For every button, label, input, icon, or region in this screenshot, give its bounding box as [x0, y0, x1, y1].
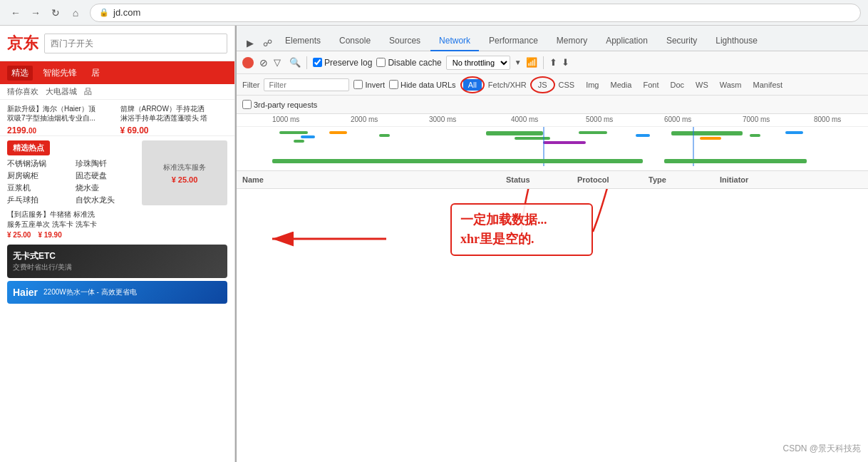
tab-network[interactable]: Network: [430, 31, 479, 51]
timeline-bar-3: [294, 140, 304, 143]
home-button[interactable]: ⌂: [67, 4, 84, 21]
refresh-button[interactable]: ↻: [47, 4, 64, 21]
invert-label[interactable]: Invert: [353, 80, 385, 89]
throttle-select[interactable]: No throttling Slow 3G Fast 3G: [446, 56, 510, 70]
product2-title: 箭牌（ARROW）手持花洒淋浴手持单花洒莲蓬喷头 塔: [120, 104, 228, 123]
ruler-2000: 2000 ms: [351, 115, 378, 123]
filter-js[interactable]: JS: [533, 79, 552, 91]
hide-data-urls-checkbox[interactable]: [389, 80, 398, 89]
filter-img[interactable]: Img: [581, 79, 604, 91]
haier-label: Haier: [13, 287, 38, 298]
jd-header: 京东: [0, 26, 234, 61]
tab-console[interactable]: Console: [331, 31, 379, 51]
cat-kettle[interactable]: 烧水壶: [76, 183, 137, 193]
invert-checkbox[interactable]: [353, 80, 363, 89]
sub-nav-guess[interactable]: 猜你喜欢: [7, 86, 38, 97]
preserve-log-label[interactable]: Preserve log: [313, 58, 372, 68]
cat-pingpong[interactable]: 乒乓球拍: [7, 195, 68, 205]
tab-elements[interactable]: Elements: [277, 31, 329, 51]
tab-application[interactable]: Application: [597, 31, 656, 51]
timeline-bars: [237, 127, 868, 166]
sub-nav-appliances[interactable]: 大电器城: [46, 86, 77, 97]
annot-line2: xhr里是空的.: [460, 230, 583, 249]
nav-buttons: ← → ↻ ⌂: [7, 4, 84, 21]
annot-line1: 一定加载数据...: [460, 210, 583, 230]
back-button[interactable]: ←: [7, 4, 24, 21]
tab-lighthouse[interactable]: Lighthouse: [707, 31, 766, 51]
timeline-bar-bottom: [272, 159, 643, 163]
ruler-3000: 3000 ms: [429, 115, 456, 123]
disable-cache-label[interactable]: Disable cache: [376, 58, 441, 68]
upload-icon[interactable]: ⬆: [549, 57, 557, 68]
cat-pearl[interactable]: 珍珠陶钎: [76, 158, 137, 169]
filter-bar: Filter Invert Hide data URLs All Fetch/X…: [237, 74, 868, 96]
col-name: Name: [242, 175, 506, 184]
preserve-log-text: Preserve log: [324, 58, 372, 68]
cat-faucet[interactable]: 自饮水龙头: [76, 195, 137, 205]
product3-section: 【到店服务】牛猪猪 标准洗服务五座单次 洗车卡 洗车卡 ¥ 25.00 ¥ 19…: [0, 210, 234, 242]
timeline-bar-14: [785, 131, 803, 134]
etc-title: 无卡式ETC: [13, 250, 72, 262]
cat-ssd[interactable]: 固态硬盘: [76, 170, 137, 181]
download-icon[interactable]: ⬇: [562, 57, 569, 68]
timeline-bar-13: [750, 134, 760, 137]
timeline-bar-1: [279, 131, 308, 134]
tab-security[interactable]: Security: [658, 31, 706, 51]
search-icon: 🔍: [289, 57, 301, 68]
product-image: 标准洗车服务 ¥ 25.00: [142, 140, 227, 205]
ruler-8000: 8000 ms: [814, 115, 841, 123]
ruler-7000: 7000 ms: [743, 115, 770, 123]
nav-ju[interactable]: 居: [87, 66, 104, 81]
filter-manifest[interactable]: Manifest: [748, 79, 788, 91]
tab-sources[interactable]: Sources: [381, 31, 429, 51]
filter-wasm[interactable]: Wasm: [715, 79, 747, 91]
cat-soup[interactable]: 不锈钢汤锅: [7, 158, 68, 169]
cat-cabinet[interactable]: 厨房碗柜: [7, 170, 68, 181]
timeline-bar-9: [579, 131, 607, 134]
cursor-icon-button[interactable]: ▶: [242, 35, 258, 51]
disable-cache-checkbox[interactable]: [376, 58, 386, 67]
network-panel-content: 1000 ms 2000 ms 3000 ms 4000 ms 5000 ms …: [237, 114, 868, 462]
filter-fetch-xhr[interactable]: Fetch/XHR: [483, 79, 532, 91]
timeline-bar-5: [379, 134, 390, 137]
forward-button[interactable]: →: [27, 4, 44, 21]
filter-doc[interactable]: Doc: [665, 79, 689, 91]
record-button[interactable]: [242, 57, 254, 68]
third-party-label[interactable]: 3rd-party requests: [242, 100, 317, 109]
sub-nav-pin[interactable]: 品: [84, 86, 92, 97]
filter-label-text: Filter: [242, 81, 259, 89]
mobile-icon-button[interactable]: ☍: [259, 35, 275, 51]
tab-memory[interactable]: Memory: [548, 31, 596, 51]
nav-aifengxian[interactable]: 智能先锋: [38, 66, 81, 81]
cat-soy[interactable]: 豆浆机: [7, 183, 68, 193]
third-party-checkbox[interactable]: [242, 100, 252, 109]
ruler-6000: 6000 ms: [664, 115, 691, 123]
toolbar-divider2: [543, 56, 544, 69]
filter-media[interactable]: Media: [605, 79, 636, 91]
timeline-bar-4: [329, 131, 347, 134]
filter-font[interactable]: Font: [638, 79, 663, 91]
filter-all[interactable]: All: [463, 79, 482, 91]
timeline-bar-7: [515, 137, 550, 140]
jd-website-panel: 京东 精选 智能先锋 居 猜你喜欢 大电器城 品 新款升级】海尔（Haier）顶…: [0, 26, 235, 462]
product3-price: ¥ 25.00: [7, 231, 31, 239]
tab-performance[interactable]: Performance: [480, 31, 547, 51]
col-type: Type: [649, 175, 720, 184]
preserve-log-checkbox[interactable]: [313, 58, 322, 67]
filter-ws[interactable]: WS: [691, 79, 713, 91]
network-table-body: 一定加载数据... xhr里是空的.: [237, 189, 868, 462]
address-bar[interactable]: 🔒 jd.com: [90, 4, 861, 22]
filter-css[interactable]: CSS: [554, 79, 580, 91]
stop-button[interactable]: ⊘: [258, 57, 269, 68]
hide-data-urls-label[interactable]: Hide data URLs: [389, 80, 456, 89]
ruler-1000: 1000 ms: [272, 115, 299, 123]
product1-title: 新款升级】海尔（Haier）顶双吸7字型抽油烟机专业自...: [7, 104, 115, 123]
nav-jingxuan[interactable]: 精选: [7, 66, 33, 81]
filter-input[interactable]: [264, 78, 349, 91]
jd-search-input[interactable]: [44, 34, 227, 53]
hide-data-urls-text: Hide data URLs: [401, 81, 456, 89]
jd-logo: 京东: [7, 33, 38, 54]
timeline-bar-8: [543, 141, 586, 144]
col-initiator: Initiator: [720, 175, 862, 184]
arrow-left-annotation: [258, 210, 401, 267]
